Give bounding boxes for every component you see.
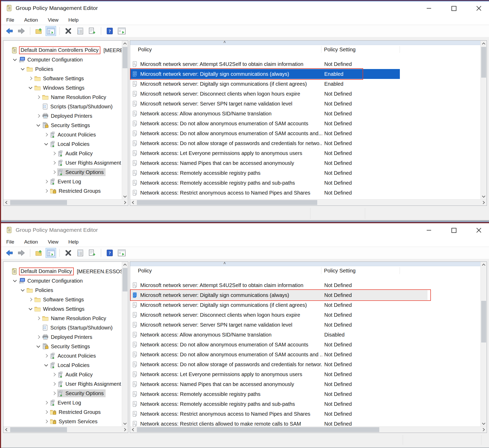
collapse-icon[interactable] — [44, 364, 49, 366]
list-row[interactable]: 10010Network access: Restrict anonymous … — [130, 188, 400, 198]
toolbar-delete-button[interactable] — [63, 248, 74, 258]
close-button[interactable] — [475, 4, 483, 12]
collapse-icon[interactable] — [28, 87, 34, 89]
expand-icon[interactable] — [36, 96, 41, 98]
list-row[interactable]: 10010Network access: Remotely accessible… — [130, 399, 400, 409]
tree-row[interactable]: Name Resolution Policy — [3, 314, 122, 323]
tree-row[interactable]: Local Policies — [3, 360, 122, 370]
collapse-icon[interactable] — [44, 143, 49, 145]
expand-icon[interactable] — [28, 77, 34, 80]
toolbar-help-button[interactable]: ? — [105, 248, 115, 258]
minimize-button[interactable] — [425, 4, 433, 12]
toolbar-forward-button[interactable] — [16, 26, 27, 36]
tree-row[interactable]: Security Options — [3, 167, 122, 177]
tree-row[interactable]: Software Settings — [3, 295, 122, 304]
list-row[interactable]: 10010Network access: Allow anonymous SID… — [130, 109, 400, 119]
minimize-button[interactable] — [425, 226, 433, 234]
tree-row[interactable]: User Rights Assignment — [3, 379, 122, 389]
expand-icon[interactable] — [44, 180, 49, 183]
toolbar-new-window-button[interactable] — [117, 248, 127, 258]
column-header-policy[interactable]: Policy — [138, 268, 152, 274]
tree-row[interactable]: System Services — [3, 417, 122, 426]
list-row[interactable]: 10010Network access: Do not allow anonym… — [130, 340, 400, 350]
toolbar-export-list-button[interactable] — [87, 26, 97, 36]
toolbar-properties-button[interactable] — [75, 26, 85, 36]
horizontal-scrollbar[interactable] — [130, 426, 487, 433]
vertical-scrollbar[interactable] — [122, 41, 128, 200]
expand-icon[interactable] — [44, 420, 49, 423]
column-divider[interactable] — [400, 46, 400, 53]
expand-icon[interactable] — [51, 392, 57, 395]
scroll-left-icon[interactable] — [130, 200, 136, 206]
horizontal-scrollbar[interactable] — [130, 199, 487, 206]
column-header-policy-setting[interactable]: Policy Setting — [324, 47, 356, 53]
scroll-down-icon[interactable] — [122, 194, 128, 200]
list-row[interactable]: 10010Network access: Named Pipes that ca… — [130, 158, 400, 168]
expand-icon[interactable] — [51, 152, 57, 155]
list-row[interactable]: 10010Microsoft network server: Attempt S… — [130, 59, 400, 69]
scroll-down-icon[interactable] — [481, 194, 487, 200]
column-divider[interactable] — [400, 267, 400, 274]
expand-icon[interactable] — [36, 336, 41, 338]
maximize-button[interactable] — [450, 4, 458, 12]
toolbar-console-tree-button[interactable] — [46, 26, 56, 36]
menu-help[interactable]: Help — [68, 239, 78, 245]
tree-row[interactable]: Policies — [3, 64, 122, 74]
tree-row[interactable]: Default Domain Controllers Policy [MEERE… — [3, 46, 122, 55]
horizontal-scrollbar[interactable] — [3, 426, 128, 433]
list-row[interactable]: 10010Network access: Do not allow anonym… — [130, 119, 400, 128]
tree-row[interactable]: Deployed Printers — [3, 111, 122, 121]
list-row[interactable]: Microsoft network server: Digitally sign… — [130, 290, 427, 300]
tree-row[interactable]: Security Settings — [3, 121, 122, 130]
horizontal-scrollbar[interactable] — [3, 199, 128, 206]
toolbar-back-button[interactable] — [4, 26, 15, 36]
scroll-left-icon[interactable] — [3, 427, 9, 433]
tree-row[interactable]: Local Policies — [3, 139, 122, 149]
expand-icon[interactable] — [51, 383, 57, 385]
tree-row[interactable]: Scripts (Startup/Shutdown) — [3, 323, 122, 332]
expand-icon[interactable] — [44, 354, 49, 357]
scroll-down-icon[interactable] — [122, 421, 128, 427]
list-row[interactable]: 10010Microsoft network server: Attempt S… — [130, 280, 400, 290]
tree-row[interactable]: Audit Policy — [3, 370, 122, 379]
scroll-up-icon[interactable] — [122, 41, 128, 47]
tree-row[interactable]: Name Resolution Policy — [3, 92, 122, 102]
expand-icon[interactable] — [51, 161, 57, 164]
maximize-button[interactable] — [450, 226, 458, 234]
list-row[interactable]: 10010Network access: Restrict anonymous … — [130, 409, 400, 419]
scroll-up-icon[interactable] — [481, 41, 487, 47]
close-button[interactable] — [475, 226, 483, 234]
tree-row[interactable]: Event Log — [3, 177, 122, 186]
scrollbar-thumb[interactable] — [10, 427, 67, 432]
scroll-up-icon[interactable] — [122, 262, 128, 268]
scrollbar-thumb[interactable] — [123, 268, 127, 291]
tree-row[interactable]: Computer Configuration — [3, 276, 122, 285]
tree-row[interactable]: Policies — [3, 285, 122, 295]
menu-view[interactable]: View — [48, 239, 58, 245]
gpo-scroll-icon[interactable] — [5, 5, 12, 11]
tree-row[interactable]: Security Options — [3, 389, 122, 398]
list-row[interactable]: 10010Network access: Remotely accessible… — [130, 389, 400, 399]
list-row[interactable]: 10010Network access: Do not allow anonym… — [130, 128, 400, 138]
toolbar-new-window-button[interactable] — [117, 26, 127, 36]
list-row[interactable]: Microsoft network server: Digitally sign… — [130, 69, 400, 79]
tree-row[interactable]: Audit Policy — [3, 149, 122, 158]
toolbar-up-one-level-button[interactable] — [34, 26, 44, 36]
list-row[interactable]: 10010Network access: Allow anonymous SID… — [130, 330, 400, 340]
toolbar-console-tree-button[interactable] — [46, 248, 56, 258]
scroll-right-icon[interactable] — [481, 200, 487, 206]
list-row[interactable]: 10010Network access: Remotely accessible… — [130, 178, 400, 188]
tree-row[interactable]: Default Domain Policy [MEEREEN.ESSOS.LOC — [3, 267, 122, 276]
collapse-icon[interactable] — [20, 68, 26, 70]
tree-row[interactable]: Account Policies — [3, 130, 122, 139]
scroll-left-icon[interactable] — [3, 200, 9, 206]
toolbar-delete-button[interactable] — [63, 26, 74, 36]
vertical-scrollbar[interactable] — [122, 262, 128, 427]
column-divider[interactable] — [321, 46, 321, 53]
collapse-icon[interactable] — [28, 308, 34, 310]
expand-icon[interactable] — [44, 411, 49, 413]
menu-file[interactable]: File — [6, 239, 14, 245]
toolbar-back-button[interactable] — [4, 248, 15, 258]
collapse-icon[interactable] — [36, 346, 41, 347]
menu-action[interactable]: Action — [24, 239, 38, 245]
